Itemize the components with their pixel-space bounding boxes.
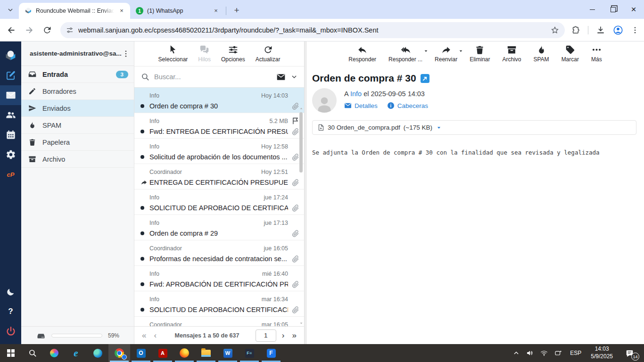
fes-app-button[interactable] xyxy=(239,344,260,362)
tab-search-button[interactable] xyxy=(4,3,17,16)
page-number-input[interactable] xyxy=(256,329,276,342)
wifi-button[interactable] xyxy=(537,344,551,362)
back-button[interactable] xyxy=(7,25,16,35)
flag-icon[interactable] xyxy=(291,244,299,252)
marcar-button[interactable]: Marcar xyxy=(561,45,579,63)
message-row[interactable]: Info Hoy 14:03 Orden de compra # 30 xyxy=(134,88,304,113)
open-in-new-window-icon[interactable] xyxy=(421,74,429,83)
responder-button[interactable]: Responder xyxy=(348,45,376,63)
message-row[interactable]: Info jue 17:13 Orden de compra # 29 xyxy=(134,215,304,240)
first-page-button[interactable]: « xyxy=(140,331,148,339)
restore-button[interactable] xyxy=(603,0,623,19)
folder-item-spam[interactable]: SPAM xyxy=(21,117,134,134)
message-status-marker[interactable] xyxy=(140,257,149,261)
unread-dot-icon[interactable] xyxy=(140,206,144,210)
archivo-button[interactable]: Archivo xyxy=(502,45,521,63)
unread-dot-icon[interactable] xyxy=(140,130,144,133)
actualizar-button[interactable]: Actualizar xyxy=(256,45,281,63)
unread-dot-icon[interactable] xyxy=(140,257,144,261)
language-indicator[interactable]: ESP xyxy=(565,350,586,356)
message-status-marker[interactable] xyxy=(140,104,149,108)
unread-dot-icon[interactable] xyxy=(140,231,144,235)
notifications-button[interactable]: 14 xyxy=(618,344,641,362)
message-status-marker[interactable] xyxy=(140,155,149,159)
reenviar-button[interactable]: Reenviar xyxy=(435,45,457,63)
tab-whatsapp[interactable]: 1 (1) WhatsApp xyxy=(130,3,224,19)
recipient-link[interactable]: Info xyxy=(350,90,362,98)
flag-icon[interactable] xyxy=(291,295,299,303)
screen-share-button[interactable] xyxy=(551,344,565,362)
unread-dot-icon[interactable] xyxy=(140,282,144,286)
acrobat-button[interactable] xyxy=(152,344,173,362)
message-row[interactable]: Info Hoy 12:58 Solicitud de aprobación d… xyxy=(134,139,304,164)
scroll-down-icon[interactable] xyxy=(299,321,303,325)
message-status-marker[interactable] xyxy=(140,179,149,186)
message-status-marker[interactable] xyxy=(140,130,149,133)
folder-item-enviados[interactable]: Enviados xyxy=(21,100,134,117)
seleccionar-button[interactable]: Seleccionar xyxy=(158,45,188,63)
flag-icon[interactable] xyxy=(291,168,299,176)
new-tab-button[interactable] xyxy=(231,4,243,16)
spam-button[interactable]: SPAM xyxy=(534,45,549,63)
folder-item-borradores[interactable]: Borradores xyxy=(21,83,134,100)
roundcube-logo-icon[interactable] xyxy=(0,46,21,66)
message-status-marker[interactable] xyxy=(140,206,149,210)
calendar-nav-button[interactable] xyxy=(0,125,21,145)
message-row[interactable]: Coordinador jue 16:05 Proformas de neces… xyxy=(134,240,304,266)
clock[interactable]: 14:03 5/9/2025 xyxy=(586,346,618,360)
attachment-name[interactable]: 30 Orden_de_compra.pdf xyxy=(328,124,400,131)
account-menu-icon[interactable] xyxy=(122,49,130,58)
unread-dot-icon[interactable] xyxy=(140,308,144,312)
tray-expand-button[interactable] xyxy=(510,344,523,362)
next-page-button[interactable]: › xyxy=(280,331,287,339)
download-icon[interactable] xyxy=(596,25,605,35)
message-row[interactable]: Info 5.2 MB Fwd: ENTREGA DE CERTIFICACIÓ… xyxy=(134,113,304,139)
firefox-button[interactable] xyxy=(173,344,195,362)
bookmark-star-icon[interactable] xyxy=(551,26,559,34)
flag-icon[interactable] xyxy=(291,321,299,326)
m-s-button[interactable]: Más xyxy=(591,45,602,63)
copilot-button[interactable] xyxy=(43,344,65,362)
details-link[interactable]: Detalles xyxy=(344,102,378,109)
edge-button[interactable] xyxy=(87,344,108,362)
folder-item-papelera[interactable]: Papelera xyxy=(21,134,134,151)
volume-button[interactable] xyxy=(523,344,537,362)
message-status-marker[interactable] xyxy=(140,308,149,312)
scrollbar-thumb[interactable] xyxy=(299,112,303,173)
tab-close-icon[interactable] xyxy=(212,7,220,15)
tab-roundcube[interactable]: Roundcube Webmail :: Enviados xyxy=(19,3,130,19)
folder-item-entrada[interactable]: Entrada 3 xyxy=(21,66,134,83)
flag-icon[interactable] xyxy=(291,117,299,125)
outlook-button[interactable] xyxy=(130,344,152,362)
mail-nav-button[interactable] xyxy=(0,85,21,105)
flag-icon[interactable] xyxy=(291,193,299,201)
flag-icon[interactable] xyxy=(291,270,299,278)
contacts-nav-button[interactable] xyxy=(0,105,21,125)
attachment-menu-caret-icon[interactable] xyxy=(437,125,441,130)
unread-dot-icon[interactable] xyxy=(140,155,144,159)
url-bar[interactable]: webmail.sanjuan.gob.ec/cpsess4685020211/… xyxy=(60,22,565,38)
dropdown-caret-icon[interactable] xyxy=(424,49,428,53)
close-button[interactable] xyxy=(623,0,644,19)
message-status-marker[interactable] xyxy=(140,231,149,235)
internet-explorer-button[interactable] xyxy=(65,344,87,362)
word-button[interactable] xyxy=(217,344,239,362)
start-button[interactable] xyxy=(0,344,22,362)
message-row[interactable]: Info mar 16:34 SOLICITUD DE APROBACION C… xyxy=(134,291,304,317)
file-explorer-button[interactable] xyxy=(195,344,217,362)
profile-avatar-icon[interactable] xyxy=(613,25,623,35)
minimize-button[interactable] xyxy=(582,0,603,19)
message-row[interactable]: Coordinador Hoy 12:51 ENTREGA DE CERTIFI… xyxy=(134,164,304,189)
message-row[interactable]: Coordinador mar 16:05 xyxy=(134,317,304,326)
settings-nav-button[interactable] xyxy=(0,145,21,165)
last-page-button[interactable]: » xyxy=(290,331,298,339)
message-status-marker[interactable] xyxy=(140,282,149,286)
url-text[interactable]: webmail.sanjuan.gob.ec/cpsess4685020211/… xyxy=(78,26,551,34)
headers-link[interactable]: Cabeceras xyxy=(387,102,428,109)
flag-icon[interactable] xyxy=(291,219,299,227)
search-scope-envelope-icon[interactable] xyxy=(276,73,286,82)
flag-icon[interactable] xyxy=(291,142,299,150)
cpanel-button[interactable] xyxy=(0,165,21,184)
attachment-row[interactable]: 30 Orden_de_compra.pdf (~175 KB) xyxy=(312,120,636,135)
unread-dot-icon[interactable] xyxy=(140,104,144,108)
